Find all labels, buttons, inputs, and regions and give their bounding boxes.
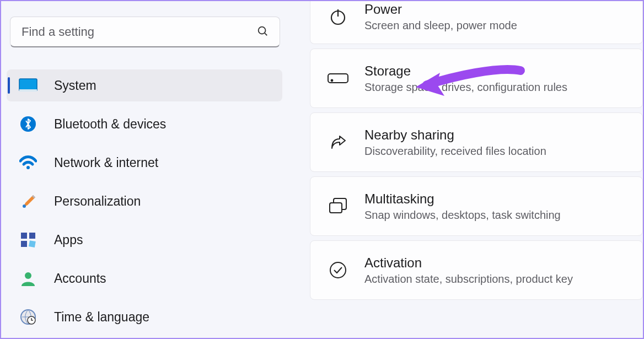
card-multitasking[interactable]: Multitasking Snap windows, desktops, tas… <box>310 176 643 236</box>
card-sub: Activation state, subscriptions, product… <box>364 273 627 286</box>
search-input[interactable] <box>22 25 256 39</box>
accounts-icon <box>19 269 37 288</box>
card-text: Power Screen and sleep, power mode <box>364 2 627 32</box>
card-sub: Screen and sleep, power mode <box>364 19 627 32</box>
sidebar-nav: System Bluetooth & devices <box>7 69 282 333</box>
sidebar-item-label: Time & language <box>54 310 149 325</box>
svg-line-1 <box>265 33 267 35</box>
svg-rect-3 <box>19 89 37 92</box>
card-text: Activation Activation state, subscriptio… <box>364 255 627 286</box>
sidebar-item-label: Network & internet <box>54 155 158 170</box>
sidebar-item-time-language[interactable]: Time & language <box>7 301 282 333</box>
svg-point-5 <box>26 166 30 169</box>
svg-point-11 <box>25 272 31 279</box>
card-title: Multitasking <box>364 191 627 207</box>
card-title: Activation <box>364 255 627 271</box>
svg-point-6 <box>23 205 26 208</box>
card-text: Storage Storage space, drives, configura… <box>364 63 627 94</box>
svg-rect-9 <box>21 241 27 247</box>
paintbrush-icon <box>19 192 37 211</box>
card-sub: Discoverability, received files location <box>364 145 627 158</box>
activation-icon <box>326 258 350 282</box>
sidebar-item-bluetooth[interactable]: Bluetooth & devices <box>7 108 282 140</box>
card-sub: Snap windows, desktops, task switching <box>364 209 627 222</box>
svg-rect-8 <box>29 233 35 239</box>
wifi-icon <box>19 153 37 172</box>
multitasking-icon <box>326 194 350 218</box>
svg-rect-7 <box>21 233 27 239</box>
bluetooth-icon <box>19 115 37 133</box>
card-title: Storage <box>364 63 627 79</box>
svg-rect-10 <box>29 240 36 247</box>
svg-point-19 <box>330 262 346 278</box>
sidebar-item-label: Bluetooth & devices <box>54 117 166 132</box>
sidebar-item-label: Personalization <box>54 194 141 209</box>
power-icon <box>326 5 350 29</box>
share-icon <box>326 130 350 154</box>
sidebar-item-accounts[interactable]: Accounts <box>7 262 282 294</box>
sidebar-item-system[interactable]: System <box>7 69 282 101</box>
svg-rect-2 <box>19 79 37 91</box>
card-title: Power <box>364 2 627 17</box>
sidebar-item-label: Accounts <box>54 271 106 286</box>
search-box[interactable] <box>10 17 280 47</box>
card-title: Nearby sharing <box>364 127 627 143</box>
sidebar: System Bluetooth & devices <box>1 1 288 338</box>
sidebar-item-apps[interactable]: Apps <box>7 224 282 256</box>
sidebar-item-label: Apps <box>54 233 83 247</box>
card-text: Nearby sharing Discoverability, received… <box>364 127 627 158</box>
svg-point-0 <box>259 26 266 34</box>
card-sub: Storage space, drives, configuration rul… <box>364 81 627 94</box>
card-storage[interactable]: Storage Storage space, drives, configura… <box>310 49 643 108</box>
sidebar-item-network[interactable]: Network & internet <box>7 147 282 179</box>
clock-globe-icon <box>19 308 37 326</box>
card-power[interactable]: Power Screen and sleep, power mode <box>310 1 643 44</box>
search-icon <box>256 25 269 39</box>
storage-icon <box>326 66 350 90</box>
card-nearby-sharing[interactable]: Nearby sharing Discoverability, received… <box>310 112 643 172</box>
sidebar-item-personalization[interactable]: Personalization <box>7 185 282 217</box>
card-text: Multitasking Snap windows, desktops, tas… <box>364 191 627 222</box>
svg-point-17 <box>331 80 333 82</box>
main-content: Power Screen and sleep, power mode Stora… <box>288 1 643 338</box>
svg-rect-18 <box>330 203 342 213</box>
apps-icon <box>19 230 37 249</box>
card-activation[interactable]: Activation Activation state, subscriptio… <box>310 240 643 300</box>
system-icon <box>19 76 37 95</box>
sidebar-item-label: System <box>54 78 96 93</box>
